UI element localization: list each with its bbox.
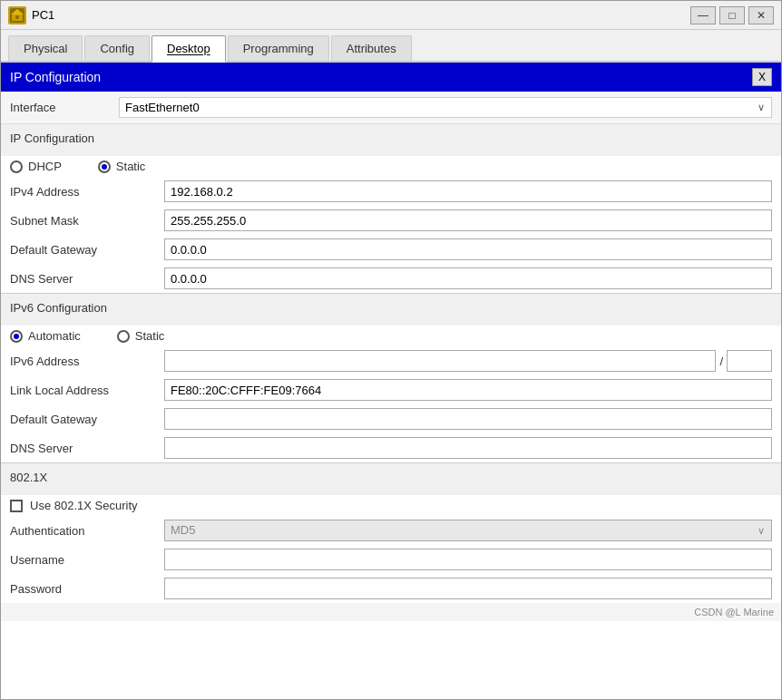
auth-row: Authentication MD5 <box>1 516 781 545</box>
ipv6-static-radio[interactable]: Static <box>117 329 165 343</box>
ipv4-dns-label: DNS Server <box>10 272 155 286</box>
close-button[interactable]: ✕ <box>748 6 774 24</box>
auth-select-wrapper: MD5 <box>164 520 772 541</box>
content-area: IP Configuration X Interface FastEtherne… <box>1 63 781 699</box>
ipv6-static-label: Static <box>135 329 165 343</box>
dot1x-section-title: 802.1X <box>10 471 772 484</box>
use-security-label: Use 802.1X Security <box>30 499 138 512</box>
tab-physical[interactable]: Physical <box>8 35 83 61</box>
interface-select[interactable]: FastEthernet0 <box>119 97 772 118</box>
ipv6-address-label: IPv6 Address <box>10 355 155 368</box>
dot1x-section: 802.1X <box>1 463 781 495</box>
subnet-mask-label: Subnet Mask <box>10 214 155 228</box>
ipv6-address-wrapper: / <box>164 350 772 372</box>
tab-desktop[interactable]: Desktop <box>152 35 226 63</box>
ipv4-gateway-input[interactable] <box>164 238 772 260</box>
username-row: Username <box>1 545 781 574</box>
tab-bar: Physical Config Desktop Programming Attr… <box>1 30 781 63</box>
auth-label: Authentication <box>10 524 155 538</box>
username-input[interactable] <box>164 549 772 570</box>
automatic-radio-circle <box>10 330 23 343</box>
tab-config[interactable]: Config <box>84 35 150 61</box>
ipv6-slash: / <box>719 355 723 368</box>
ipv4-address-label: IPv4 Address <box>10 185 155 199</box>
subnet-mask-input[interactable] <box>164 209 772 231</box>
ipv6-address-row: IPv6 Address / <box>1 346 781 375</box>
ipv6-prefix-input[interactable] <box>727 350 772 372</box>
panel-title: IP Configuration <box>10 70 101 84</box>
ipv6-gateway-input[interactable] <box>164 408 772 430</box>
ipv4-address-input[interactable] <box>164 180 772 202</box>
subnet-mask-row: Subnet Mask <box>1 206 781 235</box>
auth-select-display[interactable]: MD5 <box>164 520 772 541</box>
panel-close-button[interactable]: X <box>752 68 772 86</box>
password-row: Password <box>1 574 781 603</box>
tab-attributes[interactable]: Attributes <box>331 35 412 61</box>
maximize-button[interactable]: □ <box>719 6 745 24</box>
ipv4-dns-input[interactable] <box>164 267 772 289</box>
tab-programming[interactable]: Programming <box>228 35 329 61</box>
app-icon <box>8 6 26 24</box>
ipv4-section-title: IP Configuration <box>10 131 772 145</box>
title-bar: PC1 — □ ✕ <box>1 1 781 30</box>
use-security-row: Use 802.1X Security <box>1 495 781 516</box>
interface-label: Interface <box>10 101 119 114</box>
use-security-checkbox[interactable] <box>10 500 23 512</box>
password-label: Password <box>10 582 155 596</box>
svg-point-3 <box>15 15 19 19</box>
ipv4-section: IP Configuration <box>1 124 781 156</box>
dhcp-radio[interactable]: DHCP <box>10 160 62 173</box>
dhcp-radio-circle <box>10 160 23 173</box>
static-radio-circle <box>98 160 111 173</box>
panel-header: IP Configuration X <box>1 63 781 92</box>
ipv6-address-input[interactable] <box>164 350 716 372</box>
ipv4-dns-row: DNS Server <box>1 264 781 293</box>
static-label: Static <box>116 160 146 173</box>
ipv4-gateway-row: Default Gateway <box>1 235 781 264</box>
ipv6-radio-row: Automatic Static <box>1 326 781 346</box>
ipv6-dns-input[interactable] <box>164 437 772 459</box>
ipv6-static-radio-circle <box>117 330 130 343</box>
automatic-label: Automatic <box>28 329 81 343</box>
interface-select-wrapper: FastEthernet0 <box>119 97 772 118</box>
ipv6-dns-label: DNS Server <box>10 442 155 455</box>
password-input[interactable] <box>164 578 772 599</box>
ipv4-address-row: IPv4 Address <box>1 177 781 206</box>
ipv6-gateway-label: Default Gateway <box>10 413 155 426</box>
ipv4-gateway-label: Default Gateway <box>10 243 155 257</box>
automatic-radio[interactable]: Automatic <box>10 329 81 343</box>
dhcp-label: DHCP <box>28 160 62 173</box>
watermark: CSDN @L Marine <box>1 603 781 621</box>
ipv6-section: IPv6 Configuration <box>1 294 781 326</box>
link-local-label: Link Local Address <box>10 384 155 397</box>
link-local-input[interactable] <box>164 379 772 401</box>
static-radio[interactable]: Static <box>98 160 146 173</box>
minimize-button[interactable]: — <box>690 6 716 24</box>
username-label: Username <box>10 553 155 567</box>
ipv4-radio-row: DHCP Static <box>1 156 781 177</box>
ipv6-gateway-row: Default Gateway <box>1 404 781 433</box>
link-local-row: Link Local Address <box>1 375 781 404</box>
main-window: PC1 — □ ✕ Physical Config Desktop Progra… <box>0 0 782 700</box>
ipv6-dns-row: DNS Server <box>1 433 781 462</box>
ipv6-section-title: IPv6 Configuration <box>10 301 772 315</box>
window-controls: — □ ✕ <box>690 6 774 24</box>
interface-row: Interface FastEthernet0 <box>1 92 781 124</box>
window-title: PC1 <box>32 8 690 22</box>
